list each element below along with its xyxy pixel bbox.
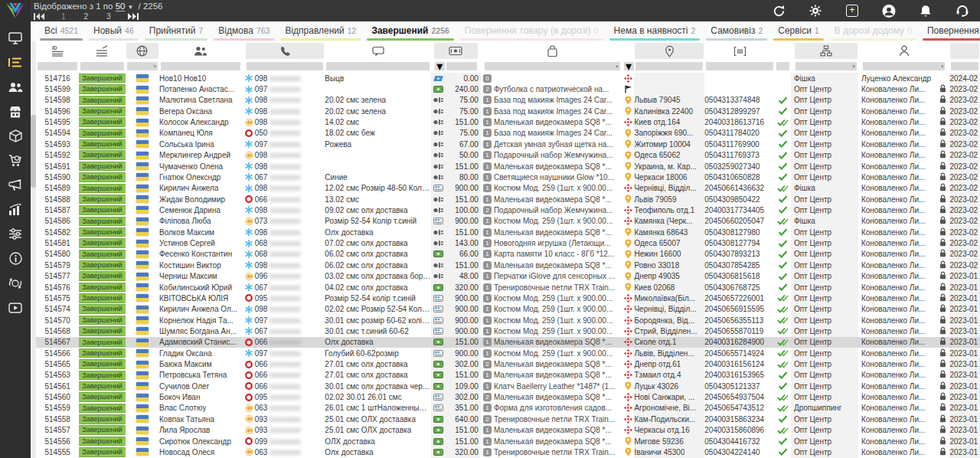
integrations-icon[interactable] [7,276,24,290]
tab-3[interactable]: Прийнятий7 [142,21,211,41]
tab-11[interactable]: В дорозі додому0 [827,21,920,41]
order-row-514594[interactable]: 514594ЗавершенийКомпанец Юля050000000018… [36,128,980,139]
refresh-icon[interactable] [772,4,786,18]
video-help-icon[interactable] [7,300,24,315]
column-header-payment[interactable] [431,43,481,59]
add-order-icon[interactable]: + [845,4,859,18]
order-row-514599[interactable]: 514599ЗавершенийПотапенко Анастас...0970… [36,83,980,94]
skip-to-last-button[interactable] [128,13,139,20]
column-header-phone[interactable] [242,43,325,59]
order-row-514557[interactable]: 514557ЗавершенийЛила Ярослав093000000025… [36,425,980,436]
order-row-514588[interactable]: 514588ЗавершенийЖидак Володимир066000000… [36,194,980,204]
order-row-514596[interactable]: 514596ЗавершенийВегера Оксана09800000002… [36,106,980,116]
id-filter-input[interactable] [38,62,77,70]
products-filter-input[interactable]: ▾ [485,62,620,70]
ttn-filter-input[interactable] [706,62,773,70]
tab-6[interactable]: Завершений2256 [364,21,456,41]
purchases-icon[interactable] [7,153,24,168]
location-filter-input[interactable] [635,62,703,70]
column-header-date[interactable] [949,43,980,59]
status-filter-input[interactable] [80,62,123,70]
order-row-514595[interactable]: 514595ЗавершенийКолосок Александр0980000… [36,116,980,127]
tab-10[interactable]: Сервіси1 [770,21,827,41]
order-row-514593[interactable]: 514593ЗавершенийСольська Ірина0970000000… [36,139,980,149]
tab-1[interactable]: Всі4521 [37,21,86,41]
column-header-check[interactable] [775,43,791,59]
operator-filter-input[interactable]: ▾ [863,62,946,70]
column-header-operator[interactable] [858,43,950,59]
order-row-514566[interactable]: 514566ЗавершенийГладик Оксана0970000000Г… [36,348,980,358]
tab-7[interactable]: Повернення товару (в дорозі)0 [457,21,606,41]
column-header-products[interactable] [481,43,622,59]
tab-9[interactable]: Самовивіз2 [703,21,770,41]
country-filter-input[interactable]: ▾ [127,62,158,70]
delivery-type-filter[interactable]: ▾ [624,62,634,70]
order-row-514574[interactable]: 514574ЗавершенийКирилич Анжела Ол...0980… [36,304,980,315]
check-filter-input[interactable] [776,62,789,70]
tab-2[interactable]: Новый46 [86,21,142,41]
products-icon[interactable] [7,129,24,143]
settings-sliders-icon[interactable] [7,227,24,241]
column-header-location[interactable] [634,43,704,59]
notifications-icon[interactable] [919,4,933,18]
column-header-ttn[interactable] [704,43,775,59]
vertical-scrollbar[interactable] [31,40,36,458]
account-icon[interactable] [882,4,896,18]
order-row-514580[interactable]: 514580ЗавершенийФесенко Константин068000… [36,249,980,260]
order-row-514555[interactable]: 514555ЗавершенийНовосад Олеся0630000000О… [36,447,980,457]
order-row-514598[interactable]: 514598ЗавершенийМалютина Светлана0980000… [36,95,980,106]
order-row-514587[interactable]: 514587ЗавершенийСеменюк Дарина0980000000… [36,204,980,215]
payment-type-filter[interactable]: ▾ [435,62,445,70]
comment-filter-input[interactable] [326,62,429,70]
tab-8[interactable]: Нема в наявності2 [606,21,704,41]
column-header-id[interactable]: ID [36,43,79,59]
skip-to-first-button[interactable] [34,13,44,20]
order-row-514561[interactable]: 514561ЗавершенийСучилов Олег066000000030… [36,381,980,391]
order-row-514716[interactable]: 514716ЗавершенийНов10 Нов100980000000Выц… [36,73,980,83]
column-header-status[interactable] [79,43,125,59]
statistics-icon[interactable] [7,202,24,217]
gear-icon[interactable] [808,4,822,18]
support-icon[interactable] [956,4,969,18]
phone-filter-input[interactable] [247,62,324,70]
price-filter-input[interactable] [446,62,477,70]
order-row-514563[interactable]: 514563ЗавершенийПетровська Тетяна0660000… [36,370,980,381]
dashboard-icon[interactable] [7,31,24,45]
order-row-514558[interactable]: 514558ЗавершенийКовпак Татьяна0930000000… [36,414,980,424]
clients-icon[interactable] [7,80,24,94]
order-row-514586[interactable]: 514586ЗавершенийФіліпова Люба0730000000Р… [36,216,980,227]
order-row-514565[interactable]: 514565ЗавершенийБаюка Максим066000000027… [36,358,980,369]
date-filter-input[interactable] [951,62,978,70]
order-row-514570[interactable]: 514570ЗавершенийКорнелюк Надія Та...0970… [36,315,980,326]
column-header-comment[interactable] [325,43,430,59]
campaigns-icon[interactable] [7,178,24,192]
vertical-scrollbar-thumb[interactable] [31,115,36,188]
client-filter-input[interactable] [161,62,240,70]
info-icon[interactable] [7,251,24,266]
order-row-514567[interactable]: 514567ЗавершенийАдамовский Станис...0660… [36,337,980,348]
order-row-514576[interactable]: 514576ЗавершенийКобилинський Юрий0670000… [36,282,980,293]
order-row-514559[interactable]: 514559ЗавершенийВлас Слотюу063000000026.… [36,403,980,414]
page-size-dropdown[interactable]: 50 [116,2,126,11]
column-header-country[interactable] [126,43,159,59]
order-row-514589[interactable]: 514589ЗавершенийКирилич Анжела0980000000… [36,183,980,194]
column-header-client[interactable] [159,43,242,59]
tab-12[interactable]: Повернення (завершений)125 [920,21,980,41]
page-button-1[interactable]: 1 [61,12,66,21]
page-button-2[interactable]: 2 [84,12,89,21]
order-row-514577[interactable]: 514577ЗавершенийЧерниш Максим09600000000… [36,270,980,281]
page-button-3[interactable]: 3 [106,12,111,21]
order-row-514568[interactable]: 514568ЗавершенийШумляс Богдана Ан...0670… [36,326,980,336]
order-row-514579[interactable]: 514579ЗавершенийКостишин Виктор098000000… [36,260,980,270]
order-row-514590[interactable]: 514590ЗавершенийГнатюк Олексндр067000000… [36,172,980,182]
tab-5[interactable]: Відправлений12 [277,21,364,41]
order-row-514560[interactable]: 514560ЗавершенийБокоч Иван095000000002.0… [36,391,980,402]
order-row-514556[interactable]: 514556ЗавершенийСиротюк Олександр0990000… [36,436,980,447]
orders-icon[interactable] [7,55,24,70]
order-row-514575[interactable]: 514575ЗавершенийКВІТОВСЬКА ЮЛІЯ095000000… [36,293,980,303]
order-row-514582[interactable]: 514582ЗавершенийВолков Максим0980000000О… [36,227,980,237]
store-icon[interactable] [7,104,24,119]
order-row-514581[interactable]: 514581ЗавершенийУстинов Сергей0680000000… [36,237,980,248]
app-logo[interactable] [5,2,25,19]
tab-4[interactable]: Відмова763 [211,21,277,41]
